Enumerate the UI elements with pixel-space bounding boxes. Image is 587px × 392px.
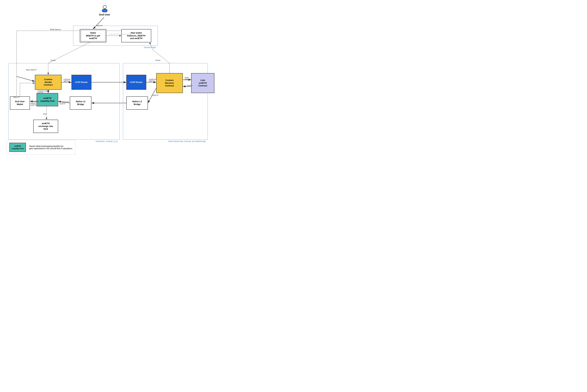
instantly-release-2-label: ← InstantlyreleasewstETH [30, 100, 39, 106]
stake-box: Stake(W)ETH to getwstETH [80, 29, 106, 42]
custom-receiver-label: CustomReceiverContract [165, 79, 174, 88]
replenish-label: ← ReplenishwstETH [60, 101, 69, 105]
stake-weth-2-label: Stake(W)ETH → [184, 77, 192, 80]
ccip-router-src-box: CCIP Router [72, 75, 92, 90]
wsteth-back-label: ← wstETH [184, 85, 192, 86]
svg-point-17 [103, 5, 106, 9]
legend-description: Needs initial bootstrapping liquidity bu… [29, 145, 73, 150]
exchange-rate-box: wstETHexchange ratefeed [33, 120, 58, 133]
new-wallet-box: New walletbalances, (W)ETHand wstETH [121, 29, 151, 42]
events-label-2: Events [156, 60, 160, 61]
instantly-release-label: Instantly releasewstETH [38, 90, 50, 94]
dest-chain-label: DESTINATION CHAIN (ETHEREUM) [168, 140, 206, 142]
weth-label: (W)ETH [13, 96, 19, 98]
diagram-container: End User Approve FRONTEND Stake(W)ETH to… [0, 0, 233, 156]
legend-pool-box: wstETHLiquidity Pool [9, 143, 26, 152]
legend-description-text: Needs initial bootstrapping liquidity bu… [29, 145, 73, 150]
end-user-wallet-label: End UserWallet [15, 100, 24, 106]
svg-point-18 [102, 9, 107, 12]
end-user-node: End User [96, 3, 113, 17]
liquidity-pool-box: wstETHLiquidity Pool [36, 93, 58, 106]
legend-container: wstETHLiquidity Pool Needs initial boots… [7, 140, 76, 154]
custom-receiver-box: CustomReceiverContract [156, 73, 183, 93]
custom-sender-box: CustomSenderContract [35, 75, 62, 90]
native-l2-dest-box: Native L2Bridge [126, 96, 148, 110]
ccip-router-dest-label: CCIP Router [130, 81, 142, 84]
dashed-arrow-label: ──────────────────> [109, 33, 131, 35]
native-l2-dest-label: Native L2Bridge [132, 100, 142, 106]
wsteth-dest-label: ← wstETH [150, 94, 158, 96]
user-icon [101, 4, 109, 12]
ccip-router-src-label: CCIP Router [75, 81, 88, 84]
custom-sender-label: CustomSenderContract [44, 78, 52, 86]
events-label-1: Events [51, 60, 56, 61]
source-chain-label: SOURCE CHAIN (L2) [96, 140, 118, 142]
new-wallet-label: New walletbalances, (W)ETHand wstETH [127, 32, 146, 40]
frontend-region-label: FRONTEND [144, 46, 156, 48]
ccip-send-label: ccipSend W(ETH) [64, 78, 70, 82]
liquidity-pool-label: wstETHLiquidity Pool [40, 97, 54, 102]
end-user-label: End User [99, 13, 110, 16]
lido-label: LidowstETHContract [198, 79, 207, 88]
read-label: read [43, 113, 46, 115]
native-l2-src-box: Native L2Bridge [70, 96, 92, 110]
stake-label: Stake(W)ETH to getwstETH [86, 32, 100, 40]
stake-weth-label: Stake (W)ETH [26, 69, 36, 71]
lido-box: LidowstETHContract [191, 73, 214, 93]
legend-pool-label: wstETHLiquidity Pool [12, 145, 24, 150]
end-user-wallet-box: End UserWallet [10, 96, 30, 110]
native-l2-src-label: Native L2Bridge [76, 100, 86, 106]
exchange-rate-label: wstETHexchange ratefeed [38, 122, 53, 130]
ccip-router-dest-box: CCIP Router [126, 75, 146, 90]
wallet-balance-label: Wallet Balance [50, 28, 61, 30]
